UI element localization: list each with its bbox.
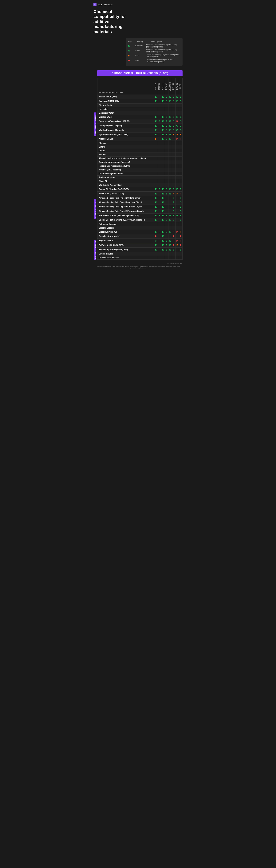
compat-cell xyxy=(168,103,172,107)
chemical-name: Sodium Hydroxide (NaOH, 10%) xyxy=(98,247,154,252)
compat-cell xyxy=(168,226,172,230)
compat-cell: F xyxy=(175,191,179,196)
compat-cell: G xyxy=(179,128,182,132)
compat-cell: E xyxy=(154,124,158,128)
rating-value: E xyxy=(155,201,157,204)
compat-cell xyxy=(179,107,182,111)
chemical-name: Hydrogen Peroxide (H2O2, 30%) xyxy=(98,132,154,137)
compat-cell: E xyxy=(172,187,175,192)
table-row: Windshield Washer Fluid xyxy=(98,183,182,187)
compat-cell: E xyxy=(168,124,172,128)
table-row: Chlorine Salts xyxy=(98,103,182,107)
rating-value: E xyxy=(166,231,167,234)
compat-cell xyxy=(175,200,179,205)
compat-cell xyxy=(179,111,182,115)
table-row: Windex Powerized FormulaEEEEGGG xyxy=(98,128,182,132)
table-row: Gasoline (Chevron #91)PEPP xyxy=(98,234,182,239)
rating-value: E xyxy=(155,206,157,208)
legend-box: Key Rating Description E Excellent Mater… xyxy=(126,38,182,66)
compat-cell: E xyxy=(168,239,172,243)
compat-cell: E xyxy=(165,191,168,196)
rating-value: E xyxy=(162,201,164,204)
compat-cell: E xyxy=(172,124,175,128)
compat-cell: E xyxy=(154,99,158,103)
table-row: Sunscreen (Banana Boat, SPF 50)EGEEEGPG xyxy=(98,119,182,124)
compat-cell: G xyxy=(154,239,158,243)
compat-cell: G xyxy=(172,119,175,124)
table-row: Halogenated hydrocarbons (CFCs) xyxy=(98,164,182,168)
compat-cell: E xyxy=(161,132,165,137)
rating-value: E xyxy=(180,188,181,191)
rating-value: P xyxy=(180,137,181,140)
rating-value: E xyxy=(176,116,178,118)
legend-label: Fair xyxy=(135,55,144,57)
rating-value: E xyxy=(166,116,167,118)
rating-value: G xyxy=(159,120,160,123)
compat-cell: F xyxy=(179,230,182,234)
compat-cell xyxy=(165,156,168,160)
compat-cell: P xyxy=(172,137,175,141)
compat-cell xyxy=(158,243,161,248)
rating-value: E xyxy=(166,219,167,221)
compat-cell: E xyxy=(161,115,165,119)
compat-cell xyxy=(154,160,158,164)
rating-value: E xyxy=(162,210,164,213)
compat-cell xyxy=(168,145,172,149)
compat-cell: F xyxy=(179,132,182,137)
rating-value: E xyxy=(173,116,174,118)
compat-cell xyxy=(165,183,168,187)
chemical-name: Ketones xyxy=(98,153,154,156)
compat-cell xyxy=(165,160,168,164)
chemical-name: Windshield Washer Fluid xyxy=(98,183,154,187)
compat-cell: P xyxy=(175,239,179,243)
compat-cell xyxy=(179,160,182,164)
rating-value: E xyxy=(169,120,171,123)
compat-cell: E xyxy=(165,230,168,234)
compat-cell xyxy=(158,141,161,145)
compat-cell: E xyxy=(179,247,182,252)
compat-cell xyxy=(161,111,165,115)
rating-value: G xyxy=(166,137,167,140)
compat-cell: E xyxy=(168,119,172,124)
rating-value: E xyxy=(173,100,174,102)
compat-cell: P xyxy=(179,239,182,243)
compat-cell: P xyxy=(179,243,182,248)
compat-cell: E xyxy=(168,132,172,137)
rating-value: E xyxy=(169,137,171,140)
table-row: Engine Oil (Havoline SAE 5W-30)EEEEEEEE xyxy=(98,187,182,192)
compat-cell xyxy=(175,103,179,107)
chemical-name: Airplane Deicing Fluid (Type I Ethylene … xyxy=(98,196,154,200)
rating-value: F xyxy=(180,231,181,234)
page-title: Chemical compatibility for additive manu… xyxy=(94,9,132,34)
compat-cell xyxy=(161,145,165,149)
compat-cell xyxy=(165,164,168,168)
chemical-name: Gasoline (Chevron #91) xyxy=(98,234,154,239)
compat-cell xyxy=(175,107,179,111)
rating-value: G xyxy=(180,100,182,102)
compat-cell: P xyxy=(172,234,175,239)
rating-value: E xyxy=(155,197,157,199)
compat-cell xyxy=(168,252,172,256)
table-row: Hot water xyxy=(98,107,182,111)
rating-value: E xyxy=(162,124,164,127)
rating-value: E xyxy=(169,188,171,191)
compat-cell xyxy=(158,153,161,156)
rating-value: E xyxy=(180,219,181,221)
chemical-name: Deionized Water xyxy=(98,111,154,115)
rating-value: E xyxy=(166,244,167,247)
compat-cell xyxy=(175,183,179,187)
rating-value: E xyxy=(180,206,181,208)
compat-cell xyxy=(179,176,182,179)
compat-cell xyxy=(168,176,172,179)
compat-cell xyxy=(158,252,161,256)
compat-cell: E xyxy=(154,187,158,192)
rating-value: E xyxy=(173,206,174,208)
table-row: Airplane Deicing Fluid (Type I Propylene… xyxy=(98,200,182,205)
compat-cell xyxy=(168,196,172,200)
chemical-name: Esters xyxy=(98,145,154,149)
table-row: Airplane Deicing Fluid (Type IV Ethylene… xyxy=(98,205,182,209)
section-label: STRONG ACID/BASE xyxy=(94,240,96,260)
header: F FAST RADIUS xyxy=(94,3,182,6)
legend-row: P Poor Material will likely degrade upon… xyxy=(128,59,180,63)
compat-cell xyxy=(172,176,175,179)
